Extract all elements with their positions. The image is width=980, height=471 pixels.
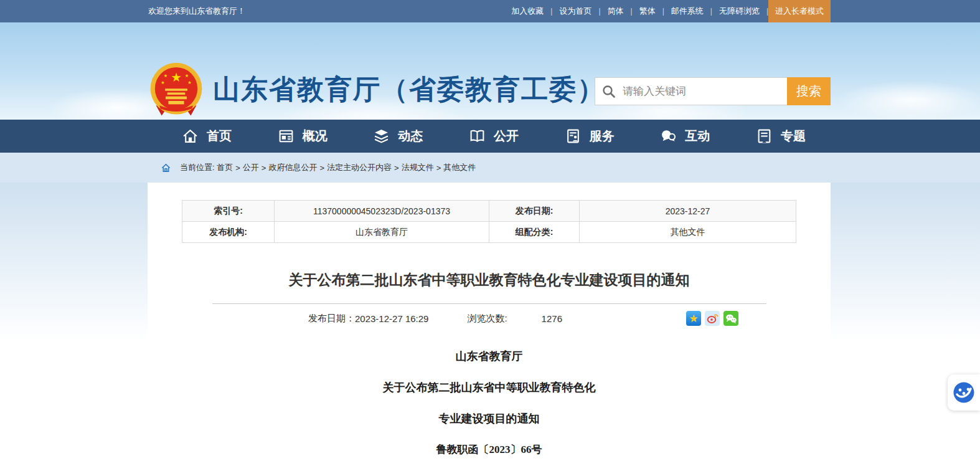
weibo-icon[interactable] [705, 311, 720, 326]
views-count: 1276 [542, 313, 562, 324]
svg-text:★: ★ [161, 80, 164, 85]
search-button[interactable]: 搜索 [787, 77, 831, 105]
link-mail-system[interactable]: 邮件系统 [664, 6, 710, 17]
nav-item-home[interactable]: 首页 [182, 120, 232, 153]
breadcrumb-current[interactable]: 其他文件 [443, 162, 476, 173]
breadcrumb-strip: 当前位置: 首页 > 公开 > 政府信息公开 > 法定主动公开内容 > 法规文件… [0, 153, 980, 183]
floating-share-widget[interactable] [948, 374, 980, 411]
search-input[interactable] [623, 78, 787, 105]
link-set-homepage[interactable]: 设为首页 [552, 6, 598, 17]
doc-line: 关于公布第二批山东省中等职业教育特色化 [148, 380, 831, 395]
share-buttons: ★ Z [686, 311, 738, 326]
index-number-label: 索引号: [182, 201, 275, 222]
svg-text:★: ★ [171, 70, 182, 84]
site-title: 山东省教育厅（省委教育工委） [213, 72, 605, 108]
link-simplified[interactable]: 简体 [601, 6, 631, 17]
publish-date-value: 2023-12-27 [580, 201, 796, 222]
service-icon [565, 128, 582, 145]
link-add-favorite[interactable]: 加入收藏 [504, 6, 550, 17]
link-traditional[interactable]: 繁体 [633, 6, 662, 17]
breadcrumb-home-icon [161, 163, 171, 173]
welcome-text: 欢迎您来到山东省教育厅！ [148, 6, 245, 17]
breadcrumb-item[interactable]: 首页 [217, 162, 233, 173]
publisher-value: 山东省教育厅 [275, 222, 489, 243]
link-accessibility[interactable]: 无障碍浏览 [712, 6, 766, 17]
main-nav: 首页 概况 动态 公开 服务 互动 [0, 120, 980, 153]
site-brand: ★ ★ ★ ★ ★ 山东省教育厅（省委教育工委） [148, 61, 605, 118]
publisher-label: 发布机构: [182, 222, 275, 243]
content-card: 索引号: 11370000004502323D/2023-01373 发布日期:… [148, 183, 831, 471]
topic-icon [756, 128, 773, 145]
nav-item-interaction[interactable]: 互动 [660, 120, 710, 153]
topbar-links: 加入收藏 | 设为首页 | 简体 | 繁体 | 邮件系统 | 无障碍浏览 | 进… [504, 0, 831, 22]
wechat-icon[interactable] [723, 311, 738, 326]
breadcrumb-item[interactable]: 法规文件 [402, 162, 434, 173]
publish-date-label: 发布日期: [489, 201, 580, 222]
breadcrumb-item[interactable]: 政府信息公开 [268, 162, 317, 173]
svg-text:Z: Z [692, 316, 695, 321]
svg-text:★: ★ [185, 73, 189, 78]
search-icon [595, 78, 623, 105]
open-book-icon [469, 128, 486, 145]
elder-mode-button[interactable]: 进入长者模式 [768, 0, 831, 22]
nav-item-news[interactable]: 动态 [373, 120, 423, 153]
nav-item-overview[interactable]: 概况 [278, 120, 327, 153]
breadcrumb: 当前位置: 首页 > 公开 > 政府信息公开 > 法定主动公开内容 > 法规文件… [161, 162, 476, 173]
doc-number: 鲁教职函〔2023〕66号 [148, 442, 831, 457]
category-label: 组配分类: [489, 222, 580, 243]
svg-text:★: ★ [187, 80, 191, 85]
publish-date-value: 2023-12-27 16:29 [355, 313, 428, 324]
news-icon [373, 128, 390, 145]
breadcrumb-item[interactable]: 公开 [243, 162, 259, 173]
doc-line: 专业建设项目的通知 [148, 411, 831, 426]
home-icon [182, 128, 199, 145]
topbar: 欢迎您来到山东省教育厅！ 加入收藏 | 设为首页 | 简体 | 繁体 | 邮件系… [0, 0, 980, 22]
page-background: 索引号: 11370000004502323D/2023-01373 发布日期:… [0, 183, 980, 471]
interaction-icon [660, 128, 677, 145]
share-network-icon [953, 381, 975, 404]
svg-text:★: ★ [164, 73, 167, 78]
nav-item-topics[interactable]: 专题 [756, 120, 806, 153]
table-row: 发布机构: 山东省教育厅 组配分类: 其他文件 [182, 222, 796, 243]
overview-icon [278, 128, 294, 145]
doc-line: 山东省教育厅 [148, 349, 831, 364]
article-meta: 发布日期： 2023-12-27 16:29 浏览次数: 1276 ★ Z [148, 304, 831, 333]
category-value: 其他文件 [580, 222, 796, 243]
table-row: 索引号: 11370000004502323D/2023-01373 发布日期:… [182, 201, 796, 222]
breadcrumb-item[interactable]: 法定主动公开内容 [327, 162, 392, 173]
breadcrumb-label: 当前位置: [180, 162, 215, 173]
document-body: 山东省教育厅 关于公布第二批山东省中等职业教育特色化 专业建设项目的通知 鲁教职… [148, 349, 831, 457]
document-info-table: 索引号: 11370000004502323D/2023-01373 发布日期:… [182, 200, 796, 243]
publish-date-label: 发布日期： [308, 313, 355, 325]
national-emblem-logo: ★ ★ ★ ★ ★ [148, 61, 204, 118]
qzone-icon[interactable]: ★ Z [686, 311, 701, 326]
nav-item-disclosure[interactable]: 公开 [469, 120, 519, 153]
search-box: 搜索 [595, 77, 831, 105]
index-number-value: 11370000004502323D/2023-01373 [275, 201, 489, 222]
site-header: ★ ★ ★ ★ ★ 山东省教育厅（省委教育工委） 搜索 [0, 22, 980, 120]
nav-item-services[interactable]: 服务 [565, 120, 615, 153]
views-label: 浏览次数: [467, 313, 507, 325]
article-title: 关于公布第二批山东省中等职业教育特色化专业建设项目的通知 [148, 270, 831, 290]
